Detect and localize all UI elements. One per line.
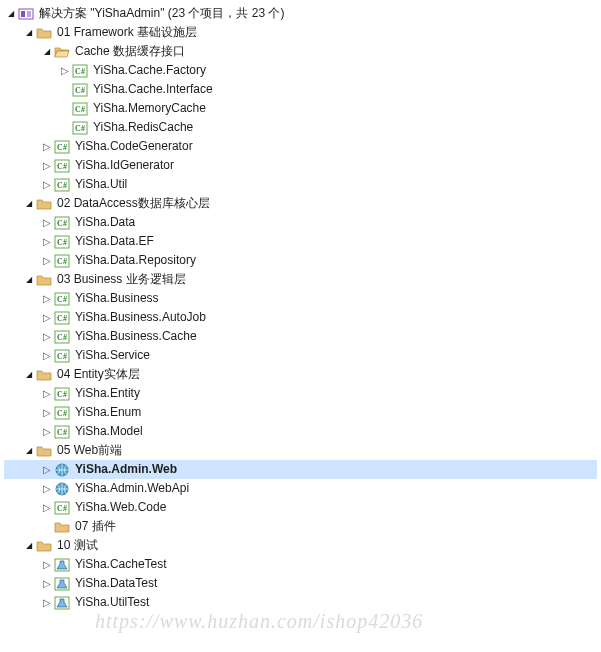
- expand-icon[interactable]: ▷: [40, 137, 54, 156]
- tree-item-label: 05 Web前端: [56, 441, 122, 460]
- tree-item-label: 02 DataAccess数据库核心层: [56, 194, 210, 213]
- svg-text:C#: C#: [75, 124, 85, 133]
- tree-row[interactable]: ▷YiSha.DataTest: [4, 574, 597, 593]
- tree-row[interactable]: ◢05 Web前端: [4, 441, 597, 460]
- tree-row[interactable]: ▷C#YiSha.CodeGenerator: [4, 137, 597, 156]
- tree-row[interactable]: ▷YiSha.CacheTest: [4, 555, 597, 574]
- testproj-icon: [54, 595, 70, 611]
- tree-item-label: YiSha.Cache.Factory: [92, 61, 206, 80]
- svg-text:C#: C#: [57, 428, 67, 437]
- tree-row[interactable]: ▷YiSha.Admin.Web: [4, 460, 597, 479]
- tree-row[interactable]: ◢Cache 数据缓存接口: [4, 42, 597, 61]
- tree-row[interactable]: ▷C#YiSha.IdGenerator: [4, 156, 597, 175]
- tree-item-label: YiSha.MemoryCache: [92, 99, 206, 118]
- tree-row[interactable]: ◢01 Framework 基础设施层: [4, 23, 597, 42]
- tree-row[interactable]: ▷C#YiSha.Model: [4, 422, 597, 441]
- csproj-icon: C#: [72, 63, 88, 79]
- tree-row[interactable]: ▷YiSha.UtilTest: [4, 593, 597, 612]
- webproj-icon: [54, 481, 70, 497]
- tree-row[interactable]: C#YiSha.Cache.Interface: [4, 80, 597, 99]
- tree-row[interactable]: ◢10 测试: [4, 536, 597, 555]
- collapse-icon[interactable]: ◢: [22, 23, 36, 42]
- tree-row[interactable]: 07 插件: [4, 517, 597, 536]
- tree-row[interactable]: ▷C#YiSha.Web.Code: [4, 498, 597, 517]
- tree-item-label: YiSha.Entity: [74, 384, 140, 403]
- collapse-icon[interactable]: ◢: [22, 441, 36, 460]
- expand-icon[interactable]: ▷: [40, 555, 54, 574]
- expand-icon[interactable]: ▷: [40, 156, 54, 175]
- tree-row[interactable]: ▷C#YiSha.Data.Repository: [4, 251, 597, 270]
- collapse-icon[interactable]: ◢: [22, 194, 36, 213]
- expand-icon[interactable]: ▷: [40, 289, 54, 308]
- svg-text:C#: C#: [57, 143, 67, 152]
- collapse-icon[interactable]: ◢: [22, 365, 36, 384]
- folder-icon: [36, 196, 52, 212]
- tree-row[interactable]: ▷C#YiSha.Data: [4, 213, 597, 232]
- tree-item-label: YiSha.Admin.WebApi: [74, 479, 189, 498]
- expand-icon[interactable]: ▷: [40, 251, 54, 270]
- tree-row[interactable]: ▷YiSha.Admin.WebApi: [4, 479, 597, 498]
- expand-icon[interactable]: ▷: [40, 593, 54, 612]
- expand-icon[interactable]: ▷: [40, 574, 54, 593]
- svg-text:C#: C#: [57, 390, 67, 399]
- tree-row[interactable]: ▷C#YiSha.Business.Cache: [4, 327, 597, 346]
- expand-icon[interactable]: ▷: [40, 460, 54, 479]
- folder-icon: [54, 519, 70, 535]
- tree-row[interactable]: ◢02 DataAccess数据库核心层: [4, 194, 597, 213]
- expand-icon[interactable]: ▷: [40, 498, 54, 517]
- svg-text:C#: C#: [57, 162, 67, 171]
- tree-row[interactable]: ◢解决方案 "YiShaAdmin" (23 个项目，共 23 个): [4, 4, 597, 23]
- tree-item-label: YiSha.Service: [74, 346, 150, 365]
- expand-icon[interactable]: ▷: [40, 346, 54, 365]
- csproj-icon: C#: [54, 215, 70, 231]
- tree-item-label: 01 Framework 基础设施层: [56, 23, 197, 42]
- csproj-icon: C#: [54, 139, 70, 155]
- collapse-icon[interactable]: ◢: [40, 42, 54, 61]
- tree-row[interactable]: ▷C#YiSha.Cache.Factory: [4, 61, 597, 80]
- expand-icon[interactable]: ▷: [40, 213, 54, 232]
- tree-row[interactable]: ◢03 Business 业务逻辑层: [4, 270, 597, 289]
- tree-row[interactable]: ▷C#YiSha.Util: [4, 175, 597, 194]
- tree-row[interactable]: ▷C#YiSha.Service: [4, 346, 597, 365]
- svg-text:C#: C#: [57, 352, 67, 361]
- expand-icon[interactable]: ▷: [58, 61, 72, 80]
- tree-row[interactable]: C#YiSha.MemoryCache: [4, 99, 597, 118]
- svg-text:C#: C#: [57, 257, 67, 266]
- csproj-icon: C#: [54, 310, 70, 326]
- expand-icon[interactable]: ▷: [40, 403, 54, 422]
- expand-icon[interactable]: ▷: [40, 232, 54, 251]
- tree-row[interactable]: ▷C#YiSha.Business: [4, 289, 597, 308]
- collapse-icon[interactable]: ◢: [22, 270, 36, 289]
- tree-row[interactable]: ▷C#YiSha.Enum: [4, 403, 597, 422]
- svg-text:C#: C#: [57, 333, 67, 342]
- folder-icon: [36, 367, 52, 383]
- expand-icon[interactable]: ▷: [40, 308, 54, 327]
- expand-icon[interactable]: ▷: [40, 479, 54, 498]
- tree-item-label: YiSha.Enum: [74, 403, 141, 422]
- csproj-icon: C#: [54, 386, 70, 402]
- expand-icon[interactable]: ▷: [40, 327, 54, 346]
- csproj-icon: C#: [72, 101, 88, 117]
- folder-open-icon: [54, 44, 70, 60]
- collapse-icon[interactable]: ◢: [22, 536, 36, 555]
- svg-text:C#: C#: [57, 181, 67, 190]
- tree-item-label: YiSha.IdGenerator: [74, 156, 174, 175]
- svg-text:C#: C#: [57, 295, 67, 304]
- tree-item-label: YiSha.Admin.Web: [74, 460, 177, 479]
- tree-row[interactable]: ▷C#YiSha.Data.EF: [4, 232, 597, 251]
- tree-item-label: YiSha.RedisCache: [92, 118, 193, 137]
- tree-row[interactable]: C#YiSha.RedisCache: [4, 118, 597, 137]
- expand-icon[interactable]: ▷: [40, 384, 54, 403]
- tree-item-label: YiSha.Data: [74, 213, 135, 232]
- collapse-icon[interactable]: ◢: [4, 4, 18, 23]
- tree-item-label: YiSha.Business.Cache: [74, 327, 197, 346]
- svg-text:C#: C#: [57, 314, 67, 323]
- tree-row[interactable]: ◢04 Entity实体层: [4, 365, 597, 384]
- expand-icon[interactable]: ▷: [40, 175, 54, 194]
- svg-text:C#: C#: [57, 219, 67, 228]
- tree-row[interactable]: ▷C#YiSha.Business.AutoJob: [4, 308, 597, 327]
- testproj-icon: [54, 557, 70, 573]
- tree-row[interactable]: ▷C#YiSha.Entity: [4, 384, 597, 403]
- expand-icon[interactable]: ▷: [40, 422, 54, 441]
- svg-text:C#: C#: [75, 67, 85, 76]
